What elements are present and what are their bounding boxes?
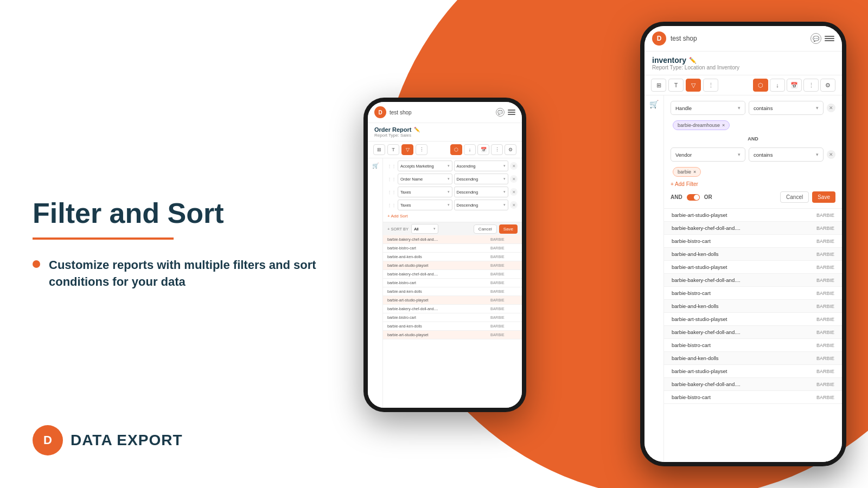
filter-2-tag: barbie × (673, 167, 701, 177)
phone-2-text-icon[interactable]: T (668, 79, 684, 92)
phone-2-table-row: barbie-bistro-cart BARBIE (664, 235, 842, 248)
text-icon[interactable]: T (387, 144, 399, 155)
sort-dir-3[interactable]: Descending▾ (454, 187, 509, 197)
filter-1-operator[interactable]: contains ▾ (749, 101, 824, 115)
phone-2-chat-icon[interactable]: 💬 (810, 33, 821, 44)
export-icon[interactable]: ⬡ (450, 144, 462, 155)
phone-2-table-icon[interactable]: ⊞ (651, 79, 666, 92)
and-separator: AND (671, 134, 835, 143)
phone-2-table-row: barbie-bakery-chef-doll-and.... BARBIE (664, 222, 842, 235)
drag-handle-4: ⋮⋮ (387, 203, 396, 208)
menu-icon[interactable] (508, 110, 515, 115)
remove-sort-1[interactable]: ✕ (510, 162, 518, 170)
table-row: barbie-art-studio-playset BARBIE (383, 261, 522, 270)
sort-by-label: + SORT BY (387, 227, 409, 232)
phone-2-sidebar: 🛒 (644, 95, 664, 462)
sort-field-2[interactable]: Order Name▾ (398, 174, 452, 184)
table-row: barbie-bakery-chef-doll-and.... BARBIE (383, 270, 522, 279)
download-icon[interactable]: ↓ (464, 144, 476, 155)
add-filter-button[interactable]: + Add Filter (671, 181, 835, 187)
remove-sort-4[interactable]: ✕ (510, 201, 518, 209)
phone-1-shop-name: test shop (390, 110, 412, 115)
phone-1: D test shop 💬 Order Report ✏️ (363, 98, 526, 412)
phone-2-edit-icon[interactable]: ✏️ (689, 57, 697, 64)
phone-2-sort-icon[interactable]: ⋮ (703, 79, 718, 92)
left-panel: Filter and Sort Customize reports with m… (33, 0, 336, 488)
phone-1-report-subtitle: Report Type: Sales (374, 133, 515, 138)
sort-icon[interactable]: ⋮ (416, 144, 427, 155)
bullet-dot (33, 260, 40, 268)
phone-1-header: D test shop 💬 (368, 102, 522, 123)
phone-1-report-title-bar: Order Report ✏️ Report Type: Sales (368, 123, 522, 142)
phone-2-table-row: barbie-bakery-chef-doll-and.... BARBIE (664, 378, 842, 391)
sort-dir-4[interactable]: Descending▾ (454, 200, 509, 210)
phone-2-filter-icon[interactable]: ▽ (686, 79, 701, 92)
sort-field-1[interactable]: Accepts Marketing▾ (398, 160, 452, 171)
bullet-text: Customize reports with multiple filters … (49, 257, 336, 291)
phone-2-menu-icon[interactable] (825, 36, 834, 41)
table-row: barbie-and-ken-dolls BARBIE (383, 287, 522, 296)
phone-2-download-icon[interactable]: ↓ (770, 79, 785, 92)
phone-2-more-icon[interactable]: ⋮ (803, 79, 819, 92)
filter-1-tag-remove[interactable]: × (722, 123, 725, 128)
phone-1-save-button[interactable]: Save (499, 224, 518, 234)
phone-2-export-icon[interactable]: ⬡ (753, 79, 768, 92)
table-row: barbie-bakery-chef-doll-and.... BARBIE (383, 305, 522, 313)
bullet-point: Customize reports with multiple filters … (33, 257, 336, 291)
filter-icon[interactable]: ▽ (401, 144, 413, 155)
filter-2-tag-remove[interactable]: × (693, 169, 696, 175)
phone-2-settings-icon[interactable]: ⚙ (820, 79, 835, 92)
phone-2-table-row: barbie-bistro-cart BARBIE (664, 391, 842, 404)
phone-2-cancel-button[interactable]: Cancel (780, 191, 809, 203)
filter-1-field[interactable]: Handle ▾ (671, 101, 745, 115)
sort-by-bar: + SORT BY All ▾ Cancel Save (383, 222, 522, 235)
remove-sort-2[interactable]: ✕ (510, 175, 518, 183)
phone-2-report-title-bar: inventory ✏️ Report Type: Location and I… (644, 52, 842, 75)
phone-1-toolbar: ⊞ T ▽ ⋮ ⬡ ↓ 📅 ⋮ ⚙ (368, 142, 522, 158)
sort-by-select[interactable]: All ▾ (411, 224, 438, 234)
phones-area: D test shop 💬 Order Report ✏️ (326, 0, 868, 488)
phone-1-report-title: Order Report (374, 126, 411, 133)
sort-field-4[interactable]: Taxes▾ (398, 200, 452, 210)
calendar-icon[interactable]: 📅 (477, 144, 489, 155)
phone-2-shop-name: test shop (671, 35, 697, 42)
phone-1-main: ⋮⋮ Accepts Marketing▾ Ascending▾ ✕ ⋮⋮ (383, 158, 522, 408)
and-or-or-label: OR (704, 194, 712, 200)
table-row: barbie-bistro-cart BARBIE (383, 279, 522, 287)
add-sort-button[interactable]: + Add Sort (387, 213, 518, 220)
table-row: barbie-art-studio-playset BARBIE (383, 331, 522, 339)
phone-1-cancel-button[interactable]: Cancel (474, 224, 497, 234)
phone-1-edit-icon[interactable]: ✏️ (414, 127, 420, 132)
phone-2-table-row: barbie-and-ken-dolls BARBIE (664, 352, 842, 365)
phone-2-table-row: barbie-bistro-cart BARBIE (664, 339, 842, 352)
phone-2-filter-section: Handle ▾ contains ▾ ✕ barbie-dreamho (664, 95, 842, 209)
sort-dir-2[interactable]: Descending▾ (454, 174, 509, 184)
filter-2-remove[interactable]: ✕ (827, 150, 835, 159)
phone-2-table-row: barbie-bakery-chef-doll-and.... BARBIE (664, 274, 842, 287)
settings-icon[interactable]: ⚙ (505, 144, 516, 155)
filter-2-operator[interactable]: contains ▾ (749, 147, 824, 162)
table-row: barbie-bistro-cart BARBIE (383, 313, 522, 322)
logo-area: D DATA EXPORT (33, 425, 182, 455)
sort-row-2: ⋮⋮ Order Name▾ Descending▾ ✕ (387, 174, 518, 184)
more-icon[interactable]: ⋮ (491, 144, 503, 155)
phone-1-logo: D (374, 106, 386, 118)
sort-field-3[interactable]: Taxes▾ (398, 187, 452, 197)
sort-row-1: ⋮⋮ Accepts Marketing▾ Ascending▾ ✕ (387, 160, 518, 171)
phone-2-table-row: barbie-art-studio-playset BARBIE (664, 209, 842, 222)
remove-sort-3[interactable]: ✕ (510, 188, 518, 196)
chat-icon[interactable]: 💬 (496, 108, 505, 117)
phone-2-calendar-icon[interactable]: 📅 (787, 79, 802, 92)
filter-1-remove[interactable]: ✕ (827, 104, 835, 112)
filter-1-tag: barbie-dreamhouse × (673, 120, 730, 130)
phone-2-table-row: barbie-art-studio-playset BARBIE (664, 365, 842, 378)
phone-2-logo: D (652, 31, 666, 46)
and-or-toggle[interactable] (687, 194, 700, 201)
filter-2-field[interactable]: Vendor ▾ (671, 147, 745, 162)
table-icon[interactable]: ⊞ (373, 144, 385, 155)
headline: Filter and Sort (33, 198, 336, 229)
sort-dir-1[interactable]: Ascending▾ (454, 160, 509, 171)
phone-2-screen: D test shop 💬 inventory ✏️ Report Type: … (644, 26, 842, 462)
phone-2-save-button[interactable]: Save (812, 191, 835, 203)
phone-2-main: Handle ▾ contains ▾ ✕ barbie-dreamho (664, 95, 842, 462)
